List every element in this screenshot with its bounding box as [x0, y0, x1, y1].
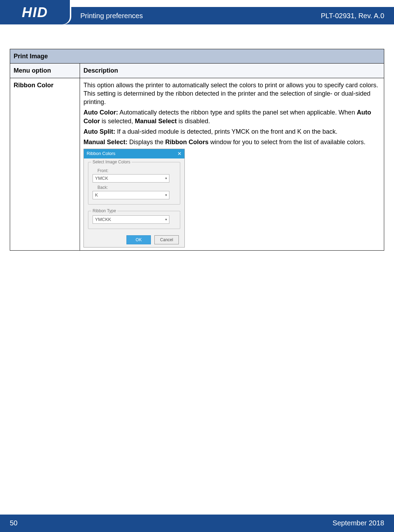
back-label: Back: — [97, 185, 176, 190]
group-legend-select-colors: Select Image Colors — [91, 159, 132, 165]
desc-manual-select: Manual Select: Displays the Ribbon Color… — [83, 138, 380, 146]
ok-button[interactable]: OK — [126, 235, 151, 244]
dialog-button-row: OK Cancel — [88, 235, 180, 244]
auto-color-text-a: Automatically detects the ribbon type an… — [118, 109, 357, 116]
menu-option-cell: Ribbon Color — [10, 78, 80, 250]
auto-split-text: If a dual-sided module is detected, prin… — [115, 128, 337, 135]
chevron-down-icon: ▾ — [165, 176, 167, 181]
chevron-down-icon: ▾ — [165, 193, 167, 198]
brand-logo-text: HID — [22, 5, 48, 20]
brand-logo: HID — [0, 0, 70, 24]
print-image-table: Print Image Menu option Description Ribb… — [10, 49, 384, 251]
table-title: Print Image — [10, 49, 384, 64]
ribbon-type-select[interactable]: YMCKK ▾ — [93, 215, 169, 224]
chevron-down-icon: ▾ — [165, 217, 167, 222]
front-select[interactable]: YMCK ▾ — [93, 174, 169, 183]
page-title: Printing preferences — [80, 12, 143, 20]
description-cell: This option allows the printer to automa… — [80, 78, 384, 250]
manual-bold: Ribbon Colors — [165, 139, 209, 146]
page-number: 50 — [10, 519, 17, 527]
auto-color-text-c: is disabled. — [177, 118, 210, 125]
col-header-menu: Menu option — [10, 64, 80, 78]
dialog-body: Select Image Colors Front: YMCK ▾ Back: … — [84, 158, 184, 247]
auto-color-text-b: is selected, — [100, 118, 135, 125]
manual-text-b: window for you to select from the list o… — [209, 139, 365, 146]
desc-auto-split: Auto Split: If a dual-sided module is de… — [83, 127, 380, 136]
auto-color-label: Auto Color: — [83, 109, 118, 116]
select-image-colors-group: Select Image Colors Front: YMCK ▾ Back: … — [88, 162, 180, 205]
auto-color-bold2: Manual Select — [135, 118, 177, 125]
ribbon-type-group: Ribbon Type YMCKK ▾ — [88, 211, 180, 229]
back-select[interactable]: K ▾ — [93, 191, 169, 199]
front-label: Front: — [97, 168, 176, 173]
manual-select-label: Manual Select: — [83, 139, 127, 146]
col-header-description: Description — [80, 64, 384, 78]
content-area: Print Image Menu option Description Ribb… — [10, 49, 384, 251]
table-row: Ribbon Color This option allows the prin… — [10, 78, 384, 250]
doc-revision: PLT-02931, Rev. A.0 — [321, 12, 384, 20]
back-select-value: K — [95, 192, 98, 198]
dialog-title-text: Ribbon Colors — [87, 150, 115, 157]
ribbon-type-value: YMCKK — [95, 216, 111, 223]
dialog-titlebar: Ribbon Colors ✕ — [84, 149, 184, 158]
cancel-button[interactable]: Cancel — [154, 235, 179, 244]
auto-split-label: Auto Split: — [83, 128, 115, 135]
footer-date: September 2018 — [333, 519, 384, 527]
group-legend-ribbon-type: Ribbon Type — [91, 208, 117, 214]
page-header: HID ® Printing preferences PLT-02931, Re… — [0, 0, 394, 24]
close-icon[interactable]: ✕ — [177, 150, 182, 157]
manual-text-a: Displays the — [127, 139, 165, 146]
desc-intro: This option allows the printer to automa… — [83, 81, 380, 106]
ribbon-colors-dialog: Ribbon Colors ✕ Select Image Colors Fron… — [83, 149, 185, 247]
desc-auto-color: Auto Color: Automatically detects the ri… — [83, 108, 380, 125]
front-select-value: YMCK — [95, 175, 108, 182]
